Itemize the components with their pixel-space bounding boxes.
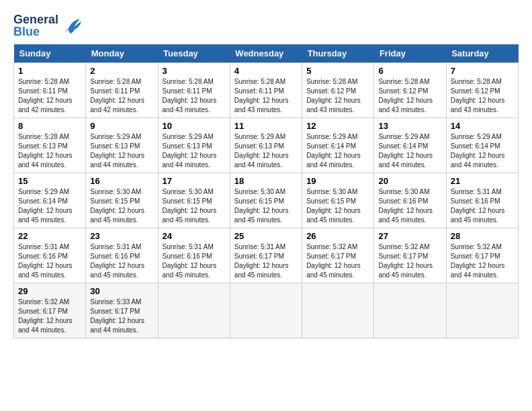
day-info: Sunrise: 5:28 AMSunset: 6:11 PMDaylight:… [163,78,217,113]
calendar-week-row: 8 Sunrise: 5:28 AMSunset: 6:13 PMDayligh… [14,118,519,173]
day-info: Sunrise: 5:30 AMSunset: 6:15 PMDaylight:… [163,188,217,224]
day-info: Sunrise: 5:28 AMSunset: 6:12 PMDaylight:… [306,78,361,113]
day-number: 20 [378,176,441,186]
calendar-day-cell: 7 Sunrise: 5:28 AMSunset: 6:12 PMDayligh… [446,63,518,118]
day-info: Sunrise: 5:31 AMSunset: 6:16 PMDaylight:… [18,243,73,279]
day-info: Sunrise: 5:30 AMSunset: 6:15 PMDaylight:… [90,188,144,224]
calendar-week-row: 29 Sunrise: 5:32 AMSunset: 6:17 PMDaylig… [14,283,519,338]
calendar-day-cell: 20 Sunrise: 5:30 AMSunset: 6:16 PMDaylig… [374,173,446,228]
day-info: Sunrise: 5:31 AMSunset: 6:16 PMDaylight:… [451,188,505,224]
calendar-day-cell: 11 Sunrise: 5:29 AMSunset: 6:13 PMDaylig… [230,118,302,173]
weekday-header-monday: Monday [86,44,158,63]
day-number: 22 [18,231,81,241]
weekday-header-saturday: Saturday [446,44,518,63]
day-number: 17 [163,176,226,186]
calendar-day-cell: 5 Sunrise: 5:28 AMSunset: 6:12 PMDayligh… [302,63,374,118]
day-number: 2 [90,66,153,76]
calendar-day-cell: 3 Sunrise: 5:28 AMSunset: 6:11 PMDayligh… [158,63,230,118]
day-info: Sunrise: 5:32 AMSunset: 6:17 PMDaylight:… [18,298,73,334]
day-info: Sunrise: 5:30 AMSunset: 6:16 PMDaylight:… [378,188,433,224]
calendar-day-cell [302,283,374,338]
calendar-day-cell: 18 Sunrise: 5:30 AMSunset: 6:15 PMDaylig… [230,173,302,228]
weekday-header-wednesday: Wednesday [230,44,302,63]
weekday-header-thursday: Thursday [302,44,374,63]
calendar-day-cell: 21 Sunrise: 5:31 AMSunset: 6:16 PMDaylig… [446,173,518,228]
calendar-day-cell: 9 Sunrise: 5:29 AMSunset: 6:13 PMDayligh… [86,118,158,173]
logo-line2: Blue [13,26,58,38]
day-info: Sunrise: 5:28 AMSunset: 6:11 PMDaylight:… [90,78,144,113]
day-number: 1 [18,66,81,76]
calendar-week-row: 1 Sunrise: 5:28 AMSunset: 6:11 PMDayligh… [14,63,519,118]
day-info: Sunrise: 5:28 AMSunset: 6:13 PMDaylight:… [18,133,73,169]
day-info: Sunrise: 5:31 AMSunset: 6:16 PMDaylight:… [90,243,144,279]
calendar-week-row: 22 Sunrise: 5:31 AMSunset: 6:16 PMDaylig… [14,228,519,283]
calendar-day-cell: 1 Sunrise: 5:28 AMSunset: 6:11 PMDayligh… [14,63,86,118]
calendar-day-cell: 13 Sunrise: 5:29 AMSunset: 6:14 PMDaylig… [374,118,446,173]
day-info: Sunrise: 5:29 AMSunset: 6:13 PMDaylight:… [163,133,217,169]
day-info: Sunrise: 5:29 AMSunset: 6:14 PMDaylight:… [451,133,505,169]
day-number: 29 [18,286,81,296]
day-number: 10 [163,121,226,131]
calendar-day-cell: 12 Sunrise: 5:29 AMSunset: 6:14 PMDaylig… [302,118,374,173]
day-number: 23 [90,231,153,241]
calendar-day-cell: 15 Sunrise: 5:29 AMSunset: 6:14 PMDaylig… [14,173,86,228]
day-number: 6 [378,66,441,76]
day-number: 13 [378,121,441,131]
calendar-day-cell: 29 Sunrise: 5:32 AMSunset: 6:17 PMDaylig… [14,283,86,338]
logo: General Blue [13,13,83,38]
day-info: Sunrise: 5:32 AMSunset: 6:17 PMDaylight:… [378,243,433,279]
calendar-day-cell [230,283,302,338]
day-number: 15 [18,176,81,186]
day-number: 19 [306,176,369,186]
day-info: Sunrise: 5:28 AMSunset: 6:12 PMDaylight:… [378,78,433,113]
logo-bird-icon [61,16,83,35]
day-number: 5 [306,66,369,76]
day-number: 30 [90,286,153,296]
day-number: 27 [378,231,441,241]
day-number: 3 [163,66,226,76]
day-number: 26 [306,231,369,241]
day-info: Sunrise: 5:32 AMSunset: 6:17 PMDaylight:… [451,243,505,279]
day-info: Sunrise: 5:33 AMSunset: 6:17 PMDaylight:… [90,298,144,334]
calendar-day-cell: 2 Sunrise: 5:28 AMSunset: 6:11 PMDayligh… [86,63,158,118]
day-info: Sunrise: 5:29 AMSunset: 6:14 PMDaylight:… [306,133,361,169]
day-info: Sunrise: 5:29 AMSunset: 6:14 PMDaylight:… [18,188,73,224]
weekday-header-friday: Friday [374,44,446,63]
calendar-day-cell: 16 Sunrise: 5:30 AMSunset: 6:15 PMDaylig… [86,173,158,228]
day-info: Sunrise: 5:30 AMSunset: 6:15 PMDaylight:… [234,188,289,224]
day-number: 11 [234,121,298,131]
day-number: 12 [306,121,369,131]
calendar-day-cell: 10 Sunrise: 5:29 AMSunset: 6:13 PMDaylig… [158,118,230,173]
day-number: 24 [163,231,226,241]
day-info: Sunrise: 5:28 AMSunset: 6:12 PMDaylight:… [451,78,505,113]
calendar-day-cell: 27 Sunrise: 5:32 AMSunset: 6:17 PMDaylig… [374,228,446,283]
logo-line1: General [13,13,58,26]
day-number: 9 [90,121,153,131]
calendar-day-cell [446,283,518,338]
day-number: 4 [234,66,298,76]
calendar-day-cell: 23 Sunrise: 5:31 AMSunset: 6:16 PMDaylig… [86,228,158,283]
day-info: Sunrise: 5:29 AMSunset: 6:13 PMDaylight:… [234,133,289,169]
calendar-day-cell: 4 Sunrise: 5:28 AMSunset: 6:11 PMDayligh… [230,63,302,118]
calendar-day-cell: 19 Sunrise: 5:30 AMSunset: 6:15 PMDaylig… [302,173,374,228]
day-info: Sunrise: 5:28 AMSunset: 6:11 PMDaylight:… [18,78,73,113]
day-number: 7 [451,66,514,76]
calendar-day-cell: 25 Sunrise: 5:31 AMSunset: 6:17 PMDaylig… [230,228,302,283]
day-number: 18 [234,176,298,186]
day-number: 28 [451,231,514,241]
day-info: Sunrise: 5:30 AMSunset: 6:15 PMDaylight:… [306,188,361,224]
header: General Blue [13,13,519,38]
day-info: Sunrise: 5:31 AMSunset: 6:17 PMDaylight:… [234,243,289,279]
day-number: 14 [451,121,514,131]
day-info: Sunrise: 5:31 AMSunset: 6:16 PMDaylight:… [163,243,217,279]
calendar-day-cell: 26 Sunrise: 5:32 AMSunset: 6:17 PMDaylig… [302,228,374,283]
calendar-day-cell: 14 Sunrise: 5:29 AMSunset: 6:14 PMDaylig… [446,118,518,173]
calendar-day-cell: 28 Sunrise: 5:32 AMSunset: 6:17 PMDaylig… [446,228,518,283]
calendar-day-cell: 22 Sunrise: 5:31 AMSunset: 6:16 PMDaylig… [14,228,86,283]
day-info: Sunrise: 5:29 AMSunset: 6:13 PMDaylight:… [90,133,144,169]
calendar-table: SundayMondayTuesdayWednesdayThursdayFrid… [13,44,519,338]
calendar-day-cell: 30 Sunrise: 5:33 AMSunset: 6:17 PMDaylig… [86,283,158,338]
day-info: Sunrise: 5:32 AMSunset: 6:17 PMDaylight:… [306,243,361,279]
day-number: 25 [234,231,298,241]
calendar-day-cell [374,283,446,338]
